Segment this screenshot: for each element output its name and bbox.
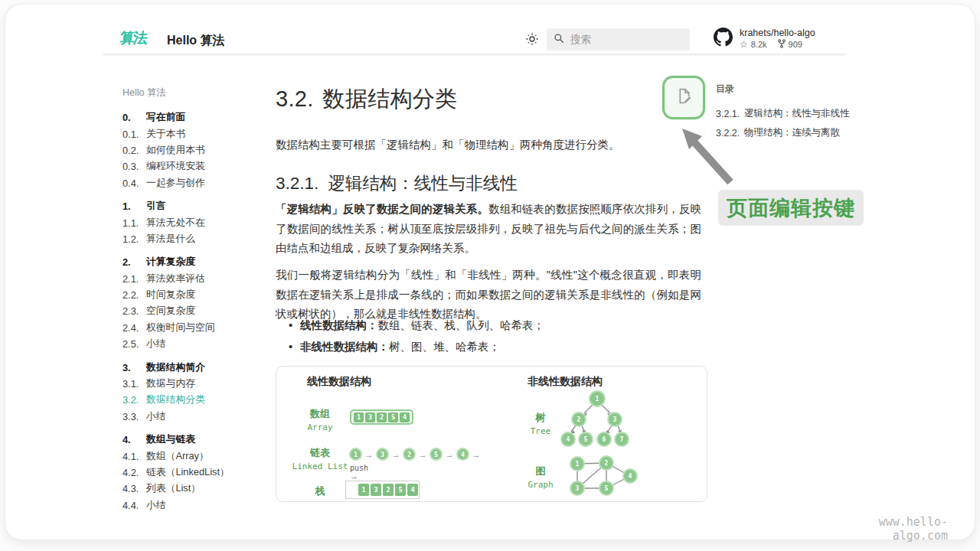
sidebar-item[interactable]: 4. 数组与链表 (122, 432, 260, 448)
svg-text:2: 2 (577, 416, 581, 423)
search-icon (554, 33, 564, 47)
sidebar-item[interactable]: 2.3. 空间复杂度 (122, 303, 260, 319)
sidebar-item[interactable]: 4.4. 小结 (122, 497, 260, 514)
link-arrow-icon: → (443, 450, 456, 459)
sidebar-item[interactable]: 4.2. 链表（LinkedList） (122, 465, 260, 481)
svg-text:3: 3 (613, 416, 617, 423)
link-arrow-icon: → (389, 450, 403, 459)
sidebar-item[interactable]: 1. 引言 (122, 198, 260, 214)
stack-cell: 4 (407, 484, 418, 496)
sidebar-nav: Hello 算法 0. 写在前面 0.1. 关于本书 0.2. 如何使用本书 (122, 86, 260, 514)
svg-text:2: 2 (605, 460, 609, 467)
stack-label: 栈Stack (287, 484, 353, 502)
repo-forks: 909 (789, 40, 802, 49)
link-arrow-icon: → (416, 450, 430, 459)
array-cell: 3 (365, 412, 375, 422)
sidebar-items: 0. 写在前面 0.1. 关于本书 0.2. 如何使用本书 0.3. 编程环境安… (122, 109, 260, 514)
sidebar-item[interactable]: 2.1. 算法效率评估 (122, 271, 260, 287)
screenshot-frame: 算法 Hello 算法 krahets/hello-algo 8.2k (0, 0, 980, 551)
figure-nonlinear-title: 非线性数据结构 (528, 375, 603, 389)
search-box[interactable] (547, 28, 690, 51)
stack-cell: 3 (371, 484, 381, 496)
star-icon (740, 39, 748, 50)
figure-linear-title: 线性数据结构 (307, 375, 371, 389)
svg-text:1: 1 (576, 461, 580, 468)
sidebar-item[interactable]: 4.3. 列表（List） (122, 481, 260, 497)
github-repo-link[interactable]: krahets/hello-algo 8.2k 909 (714, 28, 815, 50)
svg-text:7: 7 (620, 436, 624, 443)
page-edit-button[interactable] (662, 76, 705, 119)
repo-name: krahets/hello-algo (740, 28, 815, 38)
array-label: 数组Array (287, 407, 353, 432)
github-icon (714, 28, 733, 50)
site-logo[interactable]: 算法 (119, 28, 148, 48)
tree-diagram: 1 2 3 4 5 6 7 (550, 390, 639, 454)
array-cell: 2 (377, 412, 387, 422)
svg-text:1: 1 (596, 396, 599, 403)
fork-icon (778, 39, 786, 50)
sidebar-item[interactable]: 2. 计算复杂度 (122, 254, 260, 270)
intro-paragraph: 数据结构主要可根据「逻辑结构」和「物理结构」两种角度进行分类。 (276, 135, 704, 154)
svg-text:3: 3 (576, 485, 580, 492)
svg-text:6: 6 (603, 436, 606, 443)
sidebar-item[interactable]: 0.4. 一起参与创作 (122, 175, 260, 191)
array-cell: 4 (400, 412, 410, 422)
link-arrow-icon: → (362, 450, 376, 459)
array-diagram: 13254 (350, 409, 413, 425)
pop-arrow-icon: ← (350, 500, 358, 502)
sidebar-item[interactable]: 2.5. 小结 (122, 336, 260, 352)
linked-list-diagram: 1→3→2→5→4→ (349, 448, 483, 461)
sidebar-item[interactable]: 0.2. 如何使用本书 (122, 142, 260, 158)
sidebar-item[interactable]: 0.3. 编程环境安装 (122, 158, 260, 174)
sidebar-item[interactable]: 2.4. 权衡时间与空间 (122, 320, 260, 336)
header-divider (103, 54, 846, 55)
annotation-label: 页面编辑按键 (718, 190, 864, 226)
repo-stars: 8.2k (751, 40, 767, 49)
watermark: www.hello-algo.com (825, 515, 948, 543)
stack-cell: 1 (358, 484, 369, 496)
structure-bullet-list: 线性数据结构：数组、链表、栈、队列、哈希表； 非线性数据结构：树、图、堆、哈希表… (289, 315, 702, 357)
list-node: 1 (349, 448, 362, 461)
linked-list-label: 链表Linked List (287, 446, 353, 471)
list-node: 5 (430, 448, 443, 461)
sidebar-site-title: Hello 算法 (122, 86, 260, 99)
sidebar-item[interactable]: 3.3. 小结 (122, 409, 260, 425)
graph-diagram: 1 2 4 3 5 (550, 452, 641, 502)
toc-title: 目录 (716, 83, 854, 96)
list-item: 非线性数据结构：树、图、堆、哈希表； (289, 336, 702, 357)
page-title: 3.2.数据结构分类 (276, 84, 457, 115)
annotation-arrow-icon (657, 116, 741, 189)
svg-text:5: 5 (605, 485, 609, 492)
sidebar-item[interactable]: 1.1. 算法无处不在 (122, 214, 260, 230)
list-item: 线性数据结构：数组、链表、栈、队列、哈希表； (289, 315, 702, 336)
stack-diagram: 13254 (345, 481, 420, 499)
link-arrow-icon: → (469, 450, 483, 459)
logic-structure-paragraph: 「逻辑结构」反映了数据之间的逻辑关系。数组和链表的数据按照顺序依次排列，反映了数… (276, 200, 701, 259)
sidebar-item[interactable]: 0.1. 关于本书 (122, 126, 260, 142)
array-cell: 5 (388, 412, 398, 422)
file-edit-icon (675, 86, 694, 109)
stack-cell: 5 (395, 484, 406, 496)
array-cell: 1 (354, 412, 364, 422)
list-node: 3 (376, 448, 389, 461)
theme-toggle-icon[interactable] (525, 32, 539, 49)
sidebar-item[interactable]: 3.1. 数据与内存 (122, 376, 260, 392)
site-title[interactable]: Hello 算法 (167, 33, 225, 49)
sidebar-item[interactable]: 4.1. 数组（Array） (122, 448, 260, 464)
search-input[interactable] (570, 34, 670, 45)
list-node: 2 (403, 448, 416, 461)
svg-text:5: 5 (584, 436, 588, 443)
sidebar-item[interactable]: 0. 写在前面 (122, 109, 260, 126)
sidebar-item[interactable]: 1.2. 算法是什么 (122, 231, 260, 247)
section-heading: 3.2.1.逻辑结构：线性与非线性 (276, 171, 518, 195)
sidebar-item[interactable]: 2.2. 时间复杂度 (122, 287, 260, 303)
sidebar-item[interactable]: 3.2. 数据结构分类 (122, 392, 260, 408)
svg-text:4: 4 (629, 473, 632, 480)
stack-cell: 2 (383, 484, 394, 496)
svg-text:4: 4 (567, 436, 570, 443)
data-structures-figure: 线性数据结构 非线性数据结构 数组Array 13254 链表Linked Li… (276, 366, 707, 502)
list-node: 4 (456, 448, 469, 461)
push-arrow-icon: → (350, 471, 358, 481)
sidebar-item[interactable]: 3. 数据结构简介 (122, 359, 260, 375)
